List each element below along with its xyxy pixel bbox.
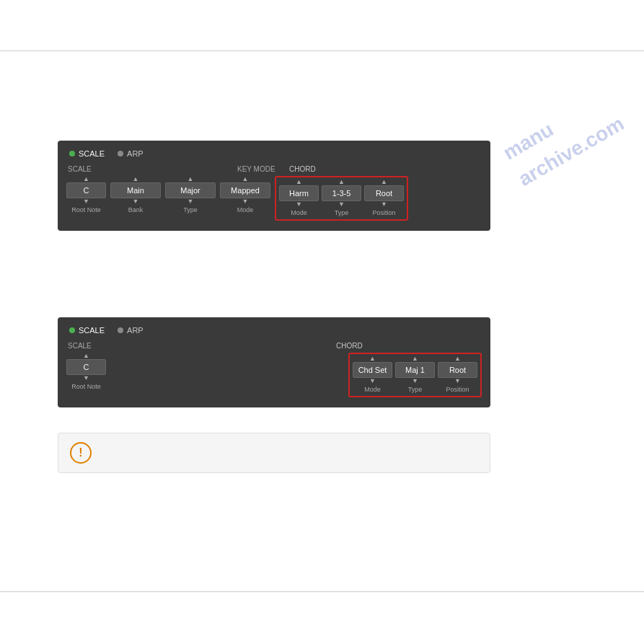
chord-group-2: ▲ Chd Set ▼ Mode ▲ Maj 1 ▼ Type ▲ Root ▼… bbox=[348, 353, 482, 397]
type-wrapper-1: ▲ Major ▼ Type bbox=[165, 176, 216, 213]
tab-scale-2[interactable]: SCALE bbox=[66, 325, 107, 336]
section-label-chord-1: CHORD bbox=[289, 165, 383, 173]
mode-km-up-1[interactable]: ▲ bbox=[242, 176, 249, 182]
chord-mode-up-1[interactable]: ▲ bbox=[296, 179, 302, 185]
watermark: manuarchive.com bbox=[498, 83, 630, 194]
section-label-scale-1: SCALE bbox=[68, 165, 237, 173]
chord-position-up-1[interactable]: ▲ bbox=[381, 179, 387, 185]
bank-up-1[interactable]: ▲ bbox=[133, 176, 139, 182]
mode-km-label-1: Mode bbox=[237, 206, 254, 213]
section-label-scale-2: SCALE bbox=[68, 342, 198, 350]
root-note-box-2[interactable]: C bbox=[66, 359, 106, 375]
chord-position-wrapper-2: ▲ Root ▼ Position bbox=[438, 356, 477, 393]
chord-mode-down-1[interactable]: ▼ bbox=[296, 201, 302, 208]
chord-mode-box-2[interactable]: Chd Set bbox=[353, 362, 392, 378]
chord-position-box-1[interactable]: Root bbox=[364, 185, 404, 201]
chord-mode-box-1[interactable]: Harm bbox=[279, 185, 319, 201]
chord-position-wrapper-1: ▲ Root ▼ Position bbox=[364, 179, 404, 216]
chord-mode-label-2: Mode bbox=[364, 386, 381, 393]
section-label-keymode-1: KEY MODE bbox=[237, 165, 289, 173]
root-note-up-2[interactable]: ▲ bbox=[83, 353, 89, 359]
arp-dot-2 bbox=[118, 327, 123, 333]
chord-type-label-2: Type bbox=[408, 386, 423, 393]
chord-type-down-1[interactable]: ▼ bbox=[338, 201, 345, 208]
root-note-wrapper-1: ▲ C ▼ Root Note bbox=[66, 176, 106, 213]
type-up-1[interactable]: ▲ bbox=[188, 176, 194, 182]
chord-type-box-2[interactable]: Maj 1 bbox=[395, 362, 435, 378]
scale-dot-2 bbox=[69, 327, 75, 333]
top-divider bbox=[0, 50, 644, 51]
chord-type-label-1: Type bbox=[335, 209, 349, 216]
panel-2-header: SCALE ARP bbox=[66, 325, 482, 336]
warning-icon: ! bbox=[70, 442, 92, 464]
arp-dot-1 bbox=[118, 151, 123, 156]
root-note-wrapper-2: ▲ C ▼ Root Note bbox=[66, 353, 106, 390]
root-note-down-1[interactable]: ▼ bbox=[83, 198, 89, 205]
tab-arp-1[interactable]: ARP bbox=[115, 148, 146, 159]
chord-position-label-2: Position bbox=[446, 386, 469, 393]
root-note-up-1[interactable]: ▲ bbox=[83, 176, 89, 182]
chord-position-down-2[interactable]: ▼ bbox=[454, 378, 461, 384]
chord-type-wrapper-2: ▲ Maj 1 ▼ Type bbox=[395, 356, 435, 393]
warning-icon-text: ! bbox=[79, 446, 82, 459]
chord-type-up-2[interactable]: ▲ bbox=[412, 356, 418, 362]
chord-type-down-2[interactable]: ▼ bbox=[412, 378, 418, 384]
bank-label-1: Bank bbox=[128, 206, 144, 213]
type-box-1[interactable]: Major bbox=[165, 182, 216, 198]
bank-down-1[interactable]: ▼ bbox=[133, 198, 139, 205]
chord-mode-down-2[interactable]: ▼ bbox=[369, 378, 376, 384]
panel-1: SCALE ARP SCALE KEY MODE CHORD ▲ C ▼ Roo… bbox=[58, 141, 490, 231]
scale-dot-1 bbox=[69, 151, 75, 156]
tab-arp-label-2: ARP bbox=[127, 326, 144, 335]
panel-1-header: SCALE ARP bbox=[66, 148, 482, 159]
tab-arp-2[interactable]: ARP bbox=[115, 325, 146, 336]
bank-box-1[interactable]: Main bbox=[110, 182, 161, 198]
chord-type-wrapper-1: ▲ 1-3-5 ▼ Type bbox=[322, 179, 361, 216]
chord-mode-up-2[interactable]: ▲ bbox=[369, 356, 376, 362]
type-down-1[interactable]: ▼ bbox=[188, 198, 194, 205]
panel-2: SCALE ARP SCALE CHORD ▲ C ▼ Root Note ▲ … bbox=[58, 317, 490, 407]
chord-mode-wrapper-2: ▲ Chd Set ▼ Mode bbox=[353, 356, 392, 393]
chord-mode-wrapper-1: ▲ Harm ▼ Mode bbox=[279, 179, 319, 216]
tab-scale-label-2: SCALE bbox=[79, 326, 105, 335]
tab-arp-label-1: ARP bbox=[127, 149, 144, 158]
chord-group-1: ▲ Harm ▼ Mode ▲ 1-3-5 ▼ Type ▲ Root ▼ Po… bbox=[275, 176, 408, 221]
chord-type-up-1[interactable]: ▲ bbox=[338, 179, 345, 185]
root-note-box-1[interactable]: C bbox=[66, 182, 106, 198]
type-label-1: Type bbox=[183, 206, 198, 213]
root-note-down-2[interactable]: ▼ bbox=[83, 375, 89, 381]
section-label-chord-2: CHORD bbox=[336, 342, 480, 350]
chord-position-box-2[interactable]: Root bbox=[438, 362, 477, 378]
root-note-label-2: Root Note bbox=[71, 383, 101, 390]
chord-position-label-1: Position bbox=[372, 209, 395, 216]
tab-scale-1[interactable]: SCALE bbox=[66, 148, 107, 159]
section-spacer-2 bbox=[198, 342, 336, 350]
tab-scale-label-1: SCALE bbox=[79, 149, 105, 158]
mode-km-box-1[interactable]: Mapped bbox=[220, 182, 270, 198]
chord-mode-label-1: Mode bbox=[291, 209, 307, 216]
chord-position-down-1[interactable]: ▼ bbox=[381, 201, 387, 208]
bank-wrapper-1: ▲ Main ▼ Bank bbox=[110, 176, 161, 213]
mode-km-wrapper-1: ▲ Mapped ▼ Mode bbox=[220, 176, 270, 213]
root-note-label-1: Root Note bbox=[71, 206, 101, 213]
mode-km-down-1[interactable]: ▼ bbox=[242, 198, 249, 205]
warning-box: ! bbox=[58, 433, 490, 473]
chord-type-box-1[interactable]: 1-3-5 bbox=[322, 185, 361, 201]
bottom-divider bbox=[0, 591, 644, 592]
chord-position-up-2[interactable]: ▲ bbox=[454, 356, 461, 362]
